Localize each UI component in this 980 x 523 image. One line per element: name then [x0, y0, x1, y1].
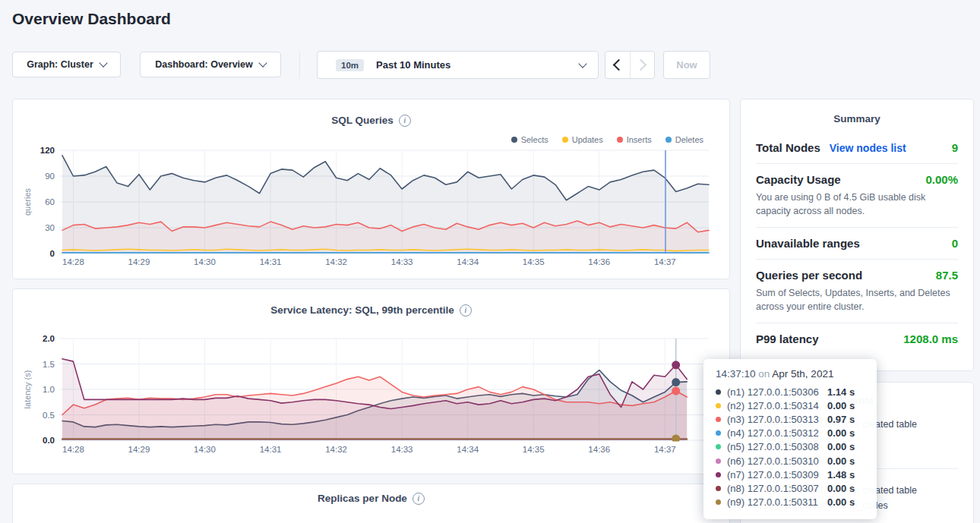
summary-label: Queries per second	[756, 269, 862, 282]
toolbar-divider	[299, 51, 300, 79]
legend-swatch-icon	[562, 137, 568, 143]
tooltip-date: Apr 5th, 2021	[772, 368, 833, 380]
tooltip-node-label: (n6) 127.0.0.1:50310	[727, 455, 827, 467]
node-color-dot-icon	[716, 499, 721, 505]
summary-row: Total NodesView nodes list9	[756, 132, 958, 163]
tooltip-node-label: (n8) 127.0.0.1:50307	[727, 483, 827, 494]
chevron-down-icon	[99, 58, 107, 67]
tooltip-node-label: (n3) 127.0.0.1:50313	[727, 414, 827, 425]
tooltip-node-label: (n1) 127.0.0.1:50306	[727, 386, 827, 398]
legend-item: Deletes	[665, 135, 703, 144]
summary-label: P99 latency	[756, 332, 819, 345]
tooltip-row: (n2) 127.0.0.1:503140.00 s	[716, 399, 877, 412]
node-color-dot-icon	[716, 458, 721, 464]
node-color-dot-icon	[716, 389, 721, 395]
hover-tooltip: 14:37:10 on Apr 5th, 2021 (n1) 127.0.0.1…	[703, 359, 877, 519]
tooltip-node-value: 1.48 s	[827, 469, 855, 480]
chart-title: Replicas per Node	[318, 493, 425, 505]
info-icon[interactable]	[399, 115, 411, 127]
legend-swatch-icon	[617, 137, 623, 143]
tooltip-node-label: (n2) 127.0.0.1:50314	[727, 400, 827, 411]
legend-label: Inserts	[627, 135, 652, 144]
time-range-selector[interactable]: 10m Past 10 Minutes	[317, 51, 599, 79]
chart-panel-replicas: Replicas per Node	[12, 484, 730, 523]
summary-label: Unavailable ranges	[756, 237, 860, 250]
summary-value: 0.00%	[925, 173, 958, 186]
chart-title-row: SQL Queries	[13, 113, 729, 127]
summary-row: Capacity Usage0.00%You are using 0 B of …	[756, 163, 958, 227]
chart-title: Service Latency: SQL, 99th percentile	[270, 304, 472, 317]
tooltip-row: (n1) 127.0.0.1:503061.14 s	[716, 385, 877, 399]
time-range-arrows	[605, 51, 655, 79]
summary-value: 9	[952, 141, 958, 154]
node-color-dot-icon	[716, 486, 721, 491]
tooltip-time: 14:37:10	[716, 368, 756, 380]
now-button[interactable]: Now	[663, 51, 710, 79]
tooltip-node-label: (n5) 127.0.0.1:50308	[727, 441, 827, 452]
info-icon[interactable]	[413, 493, 425, 505]
summary-panel: Summary Total NodesView nodes list9Capac…	[740, 99, 974, 371]
tooltip-node-value: 0.00 s	[827, 400, 855, 411]
view-nodes-list-link[interactable]: View nodes list	[830, 142, 906, 154]
tooltip-row: (n4) 127.0.0.1:503120.00 s	[716, 427, 877, 440]
graph-dropdown-label: Graph: Cluster	[27, 59, 93, 70]
node-color-dot-icon	[716, 403, 721, 408]
info-icon[interactable]	[460, 304, 472, 317]
chart-title-row: Replicas per Node	[13, 491, 729, 505]
prev-range-button[interactable]	[605, 52, 631, 78]
dashboard-dropdown-label: Dashboard: Overview	[155, 59, 253, 70]
tooltip-node-value: 0.00 s	[827, 496, 855, 508]
tooltip-row: (n5) 127.0.0.1:503080.00 s	[716, 440, 877, 454]
summary-value: 1208.0 ms	[903, 332, 958, 345]
tooltip-timestamp: 14:37:10 on Apr 5th, 2021	[716, 368, 877, 380]
chart-title-row: Service Latency: SQL, 99th percentile	[13, 303, 729, 317]
dashboard-dropdown[interactable]: Dashboard: Overview	[140, 52, 281, 77]
tooltip-row: (n9) 127.0.0.1:503110.00 s	[716, 496, 877, 509]
tooltip-node-value: 0.00 s	[827, 483, 855, 494]
node-color-dot-icon	[716, 430, 721, 436]
tooltip-node-value: 0.00 s	[827, 427, 855, 439]
page-title: Overview Dashboard	[12, 10, 171, 28]
graph-dropdown[interactable]: Graph: Cluster	[12, 52, 121, 77]
tooltip-row: (n3) 127.0.0.1:503130.97 s	[716, 412, 877, 426]
legend-item: Inserts	[617, 135, 652, 144]
tooltip-node-value: 0.00 s	[827, 455, 855, 467]
summary-heading: Summary	[756, 113, 958, 124]
legend-swatch-icon	[511, 137, 517, 143]
tooltip-node-label: (n4) 127.0.0.1:50312	[727, 427, 827, 439]
time-preset-badge: 10m	[336, 59, 364, 71]
tooltip-node-value: 0.97 s	[827, 414, 855, 425]
chevron-down-icon	[578, 59, 586, 68]
legend-label: Updates	[572, 135, 603, 144]
summary-value: 0	[952, 237, 958, 250]
summary-label: Total Nodes	[756, 141, 820, 154]
chart-title-text: Service Latency: SQL, 99th percentile	[270, 304, 454, 316]
summary-row: Unavailable ranges0	[756, 227, 958, 259]
summary-desc: You are using 0 B of 4.5 GiB usable disk…	[756, 191, 958, 218]
chart-title: SQL Queries	[331, 115, 411, 127]
tooltip-node-value: 1.14 s	[827, 386, 855, 398]
next-range-button[interactable]	[631, 52, 655, 78]
chart-panel-service-latency: Service Latency: SQL, 99th percentile	[12, 288, 730, 474]
summary-rows: Total NodesView nodes list9Capacity Usag…	[756, 132, 958, 354]
tooltip-node-value: 0.00 s	[827, 441, 855, 452]
chart-legend: SelectsUpdatesInsertsDeletes	[511, 135, 703, 144]
summary-row: Queries per second87.5Sum of Selects, Up…	[756, 259, 958, 323]
chart-title-text: SQL Queries	[331, 115, 394, 126]
node-color-dot-icon	[716, 472, 721, 477]
legend-label: Selects	[521, 135, 548, 144]
summary-value: 87.5	[936, 269, 958, 282]
summary-row: P99 latency1208.0 ms	[756, 323, 958, 354]
tooltip-row: (n7) 127.0.0.1:503091.48 s	[716, 468, 877, 481]
tooltip-node-label: (n7) 127.0.0.1:50309	[727, 469, 827, 480]
node-color-dot-icon	[716, 417, 721, 422]
legend-item: Selects	[511, 135, 548, 144]
chevron-left-icon	[613, 59, 625, 71]
legend-swatch-icon	[665, 137, 672, 143]
tooltip-on: on	[756, 368, 773, 380]
time-range-label: Past 10 Minutes	[376, 59, 450, 71]
chevron-right-icon	[634, 59, 646, 71]
legend-label: Deletes	[675, 135, 703, 144]
overview-dashboard-page: Overview Dashboard Graph: Cluster Dashbo…	[0, 0, 980, 523]
tooltip-row: (n6) 127.0.0.1:503100.00 s	[716, 454, 877, 468]
